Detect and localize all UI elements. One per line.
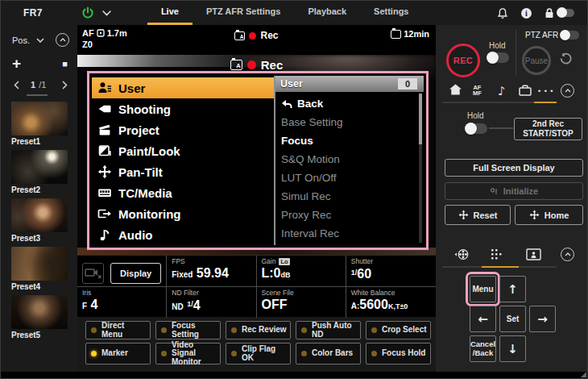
stop-preset-button[interactable]: ■	[62, 59, 68, 69]
sidebar-collapse-icon[interactable]	[56, 33, 69, 47]
display-button[interactable]: Display	[110, 263, 161, 284]
second-rec-hold-toggle[interactable]	[466, 123, 487, 134]
pan-tilt-reset-button[interactable]: Reset	[445, 205, 511, 225]
menu-item-tc-media[interactable]: TC/Media	[92, 182, 274, 203]
notifications-bell-icon[interactable]	[497, 7, 508, 19]
rec-hold-toggle[interactable]	[487, 52, 509, 63]
resize-grip-icon[interactable]	[581, 372, 586, 377]
device-name: FR7	[23, 7, 43, 19]
dpad-up-button[interactable]: ↑	[499, 276, 526, 302]
tab-joystick-icon[interactable]	[453, 248, 470, 261]
tab-media-icon[interactable]	[518, 84, 532, 97]
info-icon[interactable]: i	[521, 8, 532, 19]
tab-more-icon[interactable]: • • •	[538, 87, 553, 95]
preset-thumbnail-3[interactable]	[11, 198, 68, 232]
video-viewport[interactable]: A Rec User	[77, 55, 436, 255]
menu-item-paint-look[interactable]: Paint/Look	[92, 140, 274, 161]
full-screen-display-button[interactable]: Full Screen Display	[445, 159, 583, 177]
preset-item-1[interactable]: Preset1	[11, 102, 77, 146]
white-balance-cell[interactable]: White Balance A:5600K,T±0	[346, 287, 436, 318]
tab-home-icon[interactable]	[449, 83, 462, 96]
submenu-item-lut-on-off[interactable]: LUT On/Off	[281, 169, 424, 187]
preset-item-3[interactable]: Preset3	[11, 198, 77, 243]
shutter-cell[interactable]: Shutter 1/60	[346, 256, 436, 287]
menu-item-shooting[interactable]: Shooting	[92, 98, 274, 119]
preset-item-2[interactable]: Preset2	[11, 150, 77, 194]
preset-pagination: 1 /1	[14, 80, 68, 90]
pan-tilt-home-button[interactable]: Home	[515, 205, 583, 225]
preset-thumbnail-5[interactable]	[11, 295, 68, 329]
menu-button[interactable]: Menu	[470, 276, 496, 302]
tab-af-mf[interactable]: AFMF	[473, 85, 482, 96]
page-prev-icon[interactable]	[14, 81, 19, 90]
scene-value: OFF	[262, 298, 341, 311]
rec-button[interactable]: REC	[446, 44, 480, 77]
preset-item-4[interactable]: Preset4	[11, 247, 77, 291]
tab-live[interactable]: Live	[147, 1, 193, 25]
submenu-scrollbar[interactable]	[419, 94, 422, 243]
add-preset-button[interactable]: +	[12, 57, 21, 70]
submenu-item-base-setting[interactable]: Base Setting	[281, 113, 424, 131]
second-rec-button[interactable]: 2nd Rec START/STOP	[514, 118, 582, 140]
set-button[interactable]: Set	[499, 306, 526, 332]
assign-clip-flag-ok[interactable]: Clip Flag OK	[226, 343, 291, 364]
power-icon[interactable]	[80, 5, 96, 21]
initialize-button[interactable]: Initialize	[445, 182, 583, 200]
camera-off-button[interactable]	[82, 263, 104, 284]
menu-item-label: TC/Media	[118, 186, 172, 200]
iris-cell[interactable]: Iris F 4	[77, 287, 167, 318]
assign-rec-review[interactable]: Rec Review	[226, 321, 291, 339]
cancel-back-button[interactable]: Cancel/Back	[470, 335, 496, 362]
assign-color-bars[interactable]: Color Bars	[296, 343, 361, 364]
chevron-down-icon[interactable]	[101, 6, 114, 19]
tab-settings[interactable]: Settings	[360, 1, 422, 25]
page-next-icon[interactable]	[62, 81, 68, 90]
restart-icon[interactable]	[559, 52, 573, 65]
dpad-right-button[interactable]: →	[529, 306, 556, 332]
dpad-left-button[interactable]: ←	[470, 306, 496, 332]
assign-direct-menu[interactable]: Direct Menu	[85, 321, 151, 339]
lock-toggle[interactable]	[557, 9, 574, 17]
gain-value: L:0	[262, 266, 281, 280]
page-indicator	[27, 94, 48, 96]
dpad-down-button[interactable]: ↓	[499, 335, 526, 362]
submenu-item-simul-rec[interactable]: Simul Rec	[281, 187, 424, 206]
preset-thumbnail-4[interactable]	[11, 247, 68, 281]
menu-item-project[interactable]: Project	[92, 119, 274, 140]
scene-file-cell[interactable]: Scene File OFF	[257, 287, 346, 318]
submenu-item-back[interactable]: Back	[281, 94, 424, 113]
assign-push-auto-nd[interactable]: Push Auto ND	[296, 321, 361, 339]
submenu-item-interval-rec[interactable]: Interval Rec	[281, 224, 424, 243]
menu-item-monitoring[interactable]: Monitoring	[92, 203, 274, 224]
camera-status-bar: AF 1.7m Z0 A Rec 12min	[77, 25, 436, 55]
submenu-item-proxy-rec[interactable]: Proxy Rec	[281, 206, 424, 224]
panel-collapse-icon[interactable]	[561, 84, 574, 98]
tab-audio-icon[interactable]: ♪	[498, 84, 506, 98]
preset-type-chevron-down-icon[interactable]	[36, 38, 44, 43]
preset-thumbnail-2[interactable]	[11, 150, 68, 184]
panel-collapse-icon[interactable]	[561, 248, 574, 261]
control-panel: REC Hold PTZ AFR Pause AFMF ♪ • • •	[436, 25, 588, 373]
assign-focus-setting[interactable]: Focus Setting	[155, 321, 221, 339]
submenu-item-focus[interactable]: Focus	[281, 131, 424, 150]
nd-filter-cell[interactable]: ND Filter ND 1/4	[167, 287, 256, 318]
menu-item-audio[interactable]: Audio	[92, 224, 274, 245]
tab-playback[interactable]: Playback	[294, 1, 360, 25]
gain-cell[interactable]: GainLo L:0dB	[257, 256, 346, 287]
ptz-afr-toggle[interactable]	[561, 31, 579, 40]
assign-video-signal-monitor[interactable]: Video Signal Monitor	[155, 343, 221, 364]
tab-ptz-afr-settings[interactable]: PTZ AFR Settings	[193, 1, 294, 25]
menu-item-user[interactable]: User	[92, 77, 274, 98]
pause-button[interactable]: Pause	[522, 46, 551, 75]
assign-marker[interactable]: Marker	[85, 343, 151, 364]
preset-item-5[interactable]: Preset5	[11, 295, 77, 339]
tab-subject-tracking-icon[interactable]	[526, 248, 541, 260]
preset-thumbnail-1[interactable]	[11, 102, 68, 135]
tab-grid-pad-icon[interactable]	[491, 248, 504, 260]
assign-crop-select[interactable]: Crop Select	[366, 321, 431, 339]
menu-item-pan-tilt[interactable]: Pan-Tilt	[92, 161, 274, 182]
submenu-item-sq-motion[interactable]: S&Q Motion	[281, 150, 424, 169]
fps-cell[interactable]: FPS Fixed 59.94	[167, 256, 256, 287]
assign-focus-hold[interactable]: Focus Hold	[366, 343, 431, 364]
app-window: FR7 Live PTZ AFR Settings Playback Setti…	[0, 0, 588, 379]
